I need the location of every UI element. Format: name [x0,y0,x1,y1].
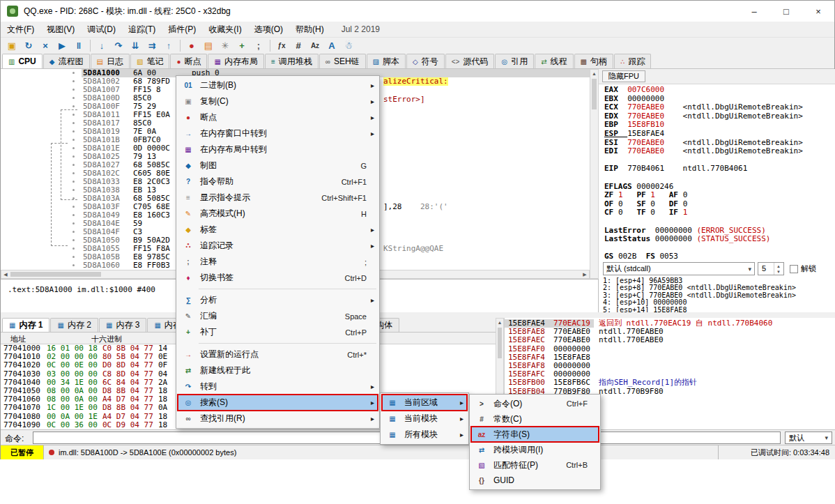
run-icon[interactable]: ▶ [54,38,70,53]
stack-row[interactable]: 15E8FAF000000000 [505,345,835,353]
maximize-button[interactable]: □ [770,1,802,22]
menu-item-analysis[interactable]: ∑分析▸ [178,292,378,308]
menu-item-instruction-help[interactable]: ?指令帮助Ctrl+F1 [178,174,378,190]
menu-item-comment[interactable]: ;注释; [178,254,378,270]
tab-graph[interactable]: ◆流程图 [43,54,90,68]
tab-breakpoints[interactable]: ●断点 [170,54,207,68]
menu-item-binary[interactable]: 01二进制(B)▸ [178,77,378,93]
stepper-arrows[interactable]: ▲ ▼ [774,263,783,275]
hide-fpu-button[interactable]: 隐藏FPU [602,70,645,82]
scroll-left-icon[interactable]: ◀ [1,270,10,278]
close-button[interactable]: × [802,1,834,22]
step-into-icon[interactable]: ↓ [93,38,110,53]
highlight-a-icon[interactable]: A [323,38,340,53]
menu-item-string-references[interactable]: az字符串(S) [471,427,599,442]
menu-item-breakpoint[interactable]: ●断点▸ [178,109,378,125]
unlock-checkbox[interactable] [790,265,798,273]
tab-call-stack[interactable]: ≡调用堆栈 [265,54,319,68]
gears-icon[interactable]: ✳ [217,38,233,53]
menubar-item-options[interactable]: 选项(O) [248,22,289,37]
close-debuggee-icon[interactable]: × [37,38,54,53]
preferences-fx-icon[interactable]: ƒx [273,38,290,53]
tab-dump-1[interactable]: ▦内存 1 [2,318,49,332]
stack-row[interactable]: 15E8FAEC770EABE0ntdll.770EABE0 [505,336,835,344]
tab-symbols[interactable]: ◇符号 [406,54,445,68]
menu-item-intermodular-calls[interactable]: ⇄跨模块调用(I) [471,442,599,457]
register-line[interactable]: EIP 770B4061 ntdll.770B4061 [604,165,747,174]
record-trace-icon[interactable]: ● [183,38,200,53]
menubar-item-favourites[interactable]: 收藏夹(I) [202,22,247,37]
menubar-item-file[interactable]: 文件(F) [1,22,40,37]
menu-item-goto[interactable]: ↷转到▸ [178,379,378,395]
menu-item-follow-in-dump[interactable]: →在内存窗口中转到▸ [178,125,378,142]
menu-item-create-thread-here[interactable]: ⇄新建线程于此 [178,362,378,379]
tab-seh[interactable]: ∞SEH链 [319,54,366,68]
pause-icon[interactable]: ‖ [70,38,87,53]
menu-item-follow-in-memory-map[interactable]: ▦在内存布局中转到 [178,142,378,158]
register-line[interactable]: CF 0 TF 0 IF 1 [604,208,701,217]
tab-trace-tab[interactable]: ∴跟踪 [614,54,651,68]
menu-item-label-item[interactable]: ◆标签▸ [178,222,378,238]
argument-row[interactable]: 5: [esp+14] 15E8FAE8 [603,307,687,312]
tab-dump-2[interactable]: ▦内存 2 [50,318,98,332]
argument-count-stepper[interactable]: 5 ▲ ▼ [758,262,784,275]
menu-item-current-module[interactable]: ▦当前模块▸ [382,411,467,427]
menubar-item-plugins[interactable]: 插件(P) [162,22,202,37]
tab-dump-3[interactable]: ▦内存 3 [99,318,146,332]
menu-item-search[interactable]: ◎搜索(S)▸ [178,395,378,411]
register-line[interactable]: GS 002B FS 0053 [604,252,687,261]
menu-item-trace-record[interactable]: ∴追踪记录▸ [178,238,378,254]
stepper-up-icon[interactable]: ▲ [776,264,781,269]
patch-toolbar-icon[interactable]: + [233,38,250,53]
registers-pane[interactable]: 隐藏FPU EAX 007C6000EBX 00000000ECX 770EAB… [599,69,835,312]
menubar-item-debug[interactable]: 调试(D) [81,22,122,37]
scrollbar-thumb[interactable] [498,328,502,358]
trace-into-icon[interactable]: ⇊ [127,38,144,53]
calculator-icon[interactable]: # [290,38,307,53]
menubar-item-view[interactable]: 视图(V) [40,22,81,37]
menu-item-mnemonic-brief[interactable]: ≡显示指令提示Ctrl+Shift+F1 [178,190,378,206]
menubar-item-help[interactable]: 帮助(H) [289,22,330,37]
tab-log[interactable]: ▤日志 [91,54,130,68]
stack-row[interactable]: 15E8FB0015E8FB6C指向SEH_Record[1]的指针 [505,379,835,387]
menu-item-set-new-origin[interactable]: →设置新的运行点Ctrl+* [178,346,378,362]
menu-item-guid[interactable]: {}GUID [471,473,599,488]
tab-handles[interactable]: ▩句柄 [574,54,613,68]
scroll-up-icon[interactable]: ▲ [496,319,503,326]
calling-convention-select[interactable]: 默认 (stdcall) ▾ [603,262,755,275]
scroll-right-icon[interactable]: ▶ [581,270,589,278]
menu-item-copy[interactable]: ▣复制(C)▸ [178,93,378,109]
menu-item-all-modules[interactable]: ▦所有模块▸ [382,427,467,443]
register-line[interactable]: EDI 770EABE0 <ntdll.DbgUiRemoteBreakin> [604,147,803,156]
menu-item-assemble[interactable]: ✎汇编Space [178,308,378,324]
tab-script[interactable]: ▨脚本 [367,54,406,68]
step-over-icon[interactable]: ↷ [110,38,127,53]
menu-item-find-references[interactable]: ∞查找引用(R)▸ [178,411,378,427]
tab-notes[interactable]: ▧笔记 [130,54,169,68]
horizontal-splitter[interactable] [1,312,835,318]
tab-memory-map[interactable]: ▦内存布局 [208,54,263,68]
disasm-vertical-scrollbar[interactable]: ▲ [590,69,599,279]
menu-item-highlighting-mode[interactable]: ✎高亮模式(H)H [178,206,378,222]
case-sensitive-icon[interactable]: Az [307,38,323,53]
snowman-icon[interactable]: ☃ [340,38,357,53]
tab-references[interactable]: ◎引用 [495,54,534,68]
command-scope-dropdown[interactable]: 默认 ▾ [785,432,832,444]
menubar-item-trace[interactable]: 追踪(T) [122,22,162,37]
menu-item-pattern[interactable]: ▧匹配特征(P)Ctrl+B [471,457,599,473]
comment-toolbar-icon[interactable]: ; [250,38,267,53]
log-toolbar-icon[interactable]: ▤ [200,38,217,53]
menu-item-constant[interactable]: #常数(C) [471,411,599,427]
tab-threads[interactable]: ⇄线程 [535,54,573,68]
minimize-button[interactable]: – [738,1,770,22]
menu-item-current-region[interactable]: ▦当前区域▸ [382,395,467,411]
tab-source[interactable]: <>源代码 [445,54,495,68]
scroll-up-icon[interactable]: ▲ [590,70,598,77]
trace-over-icon[interactable]: ⇉ [144,38,160,53]
menu-item-toggle-bookmark[interactable]: ♦切换书签Ctrl+D [178,270,378,286]
menu-item-graph-item[interactable]: ◆制图G [178,158,378,174]
open-file-icon[interactable]: ▣ [3,38,20,53]
restart-icon[interactable]: ↻ [20,38,37,53]
run-to-return-icon[interactable]: ↑ [160,38,177,53]
menu-item-command-search[interactable]: >命令(O)Ctrl+F [471,396,599,411]
